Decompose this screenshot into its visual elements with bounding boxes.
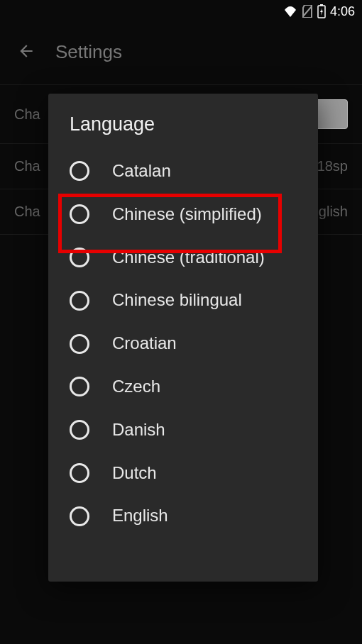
option-label: Czech [112,377,160,397]
settings-row-label: Cha [14,158,40,174]
option-label: Dutch [112,463,157,484]
radio-unchecked-icon [70,506,89,526]
option-label: Danish [112,420,165,440]
option-label: Catalan [112,161,171,182]
settings-header: Settings [0,28,362,84]
language-option-dutch[interactable]: Dutch [48,452,318,495]
option-label: Chinese bilingual [112,290,242,311]
language-dialog: Language Catalan Chinese (simplified) Ch… [48,94,318,582]
option-label: Croatian [112,333,177,354]
svg-rect-2 [320,4,323,6]
language-option-catalan[interactable]: Catalan [48,150,318,193]
settings-title: Settings [55,41,122,63]
settings-row-label: Cha [14,106,40,123]
back-arrow-icon[interactable] [17,42,35,63]
settings-row-label: Cha [14,204,40,220]
radio-unchecked-icon [70,377,89,396]
option-label: Chinese (traditional) [112,248,265,268]
language-option-croatian[interactable]: Croatian [48,322,318,365]
settings-row-value: glish [319,204,348,220]
radio-unchecked-icon [70,334,89,354]
sim-icon [302,5,313,18]
language-option-czech[interactable]: Czech [48,365,318,409]
radio-unchecked-icon [70,161,89,181]
option-label: Chinese (simplified) [112,204,262,225]
language-option-chinese-traditional[interactable]: Chinese (traditional) [48,236,318,279]
wifi-icon [283,6,297,17]
language-option-chinese-bilingual[interactable]: Chinese bilingual [48,279,318,322]
language-option-list[interactable]: Catalan Chinese (simplified) Chinese (tr… [48,150,318,582]
radio-unchecked-icon [70,463,89,483]
radio-unchecked-icon [70,291,89,311]
language-option-chinese-simplified[interactable]: Chinese (simplified) [48,193,318,236]
option-label: English [112,506,168,526]
svg-line-0 [303,6,312,16]
language-option-danish[interactable]: Danish [48,409,318,452]
status-bar: 4:06 [0,0,362,23]
radio-unchecked-icon [70,204,89,224]
settings-row-value: 18sp [317,158,348,174]
radio-unchecked-icon [70,420,89,440]
battery-charging-icon [317,4,326,18]
language-option-english[interactable]: English [48,494,318,538]
radio-unchecked-icon [70,248,89,267]
status-time: 4:06 [330,4,355,19]
toggle-switch[interactable] [315,99,348,129]
dialog-title: Language [48,94,318,150]
